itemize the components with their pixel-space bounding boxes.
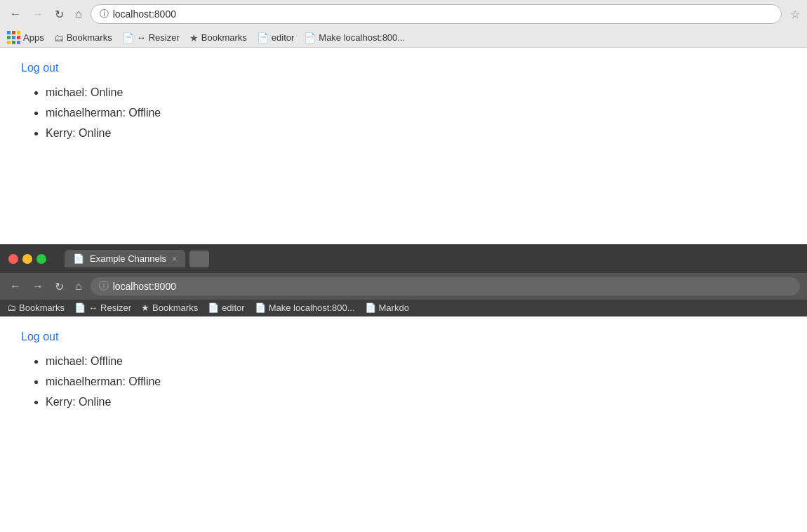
bm2-markdo[interactable]: 📄 Markdo <box>365 302 409 313</box>
tab-close-button[interactable]: × <box>172 254 177 264</box>
bm-bookmarks-2-label: Bookmarks <box>201 32 247 43</box>
main-content-2: Log out michael: Offline michaelherman: … <box>0 317 807 426</box>
bm-resizer-prefix: ↔ <box>137 32 146 43</box>
info-icon-2: ⓘ <box>99 280 109 293</box>
forward-button[interactable]: → <box>29 6 46 22</box>
tab-area: 📄 Example Channels × <box>65 250 799 267</box>
info-icon: ⓘ <box>100 8 109 20</box>
tab-doc-icon: 📄 <box>73 253 84 264</box>
address-bar-2[interactable]: ⓘ localhost:8000 <box>91 277 800 295</box>
bm-bookmarks-1[interactable]: 🗂 Bookmarks <box>54 32 112 44</box>
bm2-bookmarks[interactable]: 🗂 Bookmarks <box>7 302 65 313</box>
bookmarks-bar-2: 🗂 Bookmarks 📄 ↔ Resizer ★ Bookmarks 📄 ed… <box>0 300 807 317</box>
bm-bookmarks-2[interactable]: ★ Bookmarks <box>189 32 247 44</box>
bm2-editor[interactable]: 📄 editor <box>208 302 245 313</box>
list-item: Kerry: Online <box>46 124 786 144</box>
list-item: michael: Online <box>46 83 786 103</box>
bm-make-label: Make localhost:800... <box>319 32 405 43</box>
nav-bar-1: ← → ↻ ⌂ ⓘ localhost:8000 ☆ <box>0 0 807 28</box>
list-item: Kerry: Online <box>46 392 786 413</box>
doc-icon-editor: 📄 <box>257 32 269 44</box>
folder-icon-1: 🗂 <box>54 32 64 44</box>
star-icon-2: ★ <box>141 302 149 313</box>
list-item: michaelherman: Offline <box>46 103 786 124</box>
reload-button-2[interactable]: ↻ <box>52 279 67 295</box>
address-bar-1[interactable]: ⓘ localhost:8000 <box>91 4 782 24</box>
bm2-bookmarks-star[interactable]: ★ Bookmarks <box>141 302 198 313</box>
bm2-make[interactable]: 📄 Make localhost:800... <box>255 302 355 313</box>
bm2-bookmarks-label: Bookmarks <box>19 302 65 313</box>
bm2-bookmarks-star-label: Bookmarks <box>152 302 198 313</box>
list-item: michael: Offline <box>46 352 786 372</box>
browser-window-2: 📄 Example Channels × ← → ↻ ⌂ ⓘ localhost… <box>0 244 807 426</box>
doc-icon-make-2: 📄 <box>255 302 266 313</box>
doc-icon-make: 📄 <box>304 32 316 44</box>
bookmarks-bar-1: Apps 🗂 Bookmarks 📄 ↔ Resizer ★ Bookmarks… <box>0 28 807 48</box>
logout-link-1[interactable]: Log out <box>21 62 58 74</box>
home-button-2[interactable]: ⌂ <box>72 279 85 294</box>
star-icon: ★ <box>189 32 199 44</box>
maximize-dot[interactable] <box>36 254 46 264</box>
folder-icon-2: 🗂 <box>7 302 16 313</box>
doc-icon-resizer: 📄 <box>122 32 134 44</box>
bm-editor[interactable]: 📄 editor <box>257 32 295 44</box>
user-list-2: michael: Offline michaelherman: Offline … <box>21 352 786 412</box>
bm2-resizer-label: Resizer <box>100 302 131 313</box>
logout-link-2[interactable]: Log out <box>21 331 58 343</box>
address-text-2: localhost:8000 <box>113 281 176 292</box>
bm-bookmarks-1-label: Bookmarks <box>67 32 112 43</box>
user-list-1: michael: Online michaelherman: Offline K… <box>21 83 786 143</box>
bm2-make-label: Make localhost:800... <box>269 302 355 313</box>
bm-apps-label: Apps <box>23 32 44 43</box>
apps-icon <box>7 31 20 44</box>
browser-tab-1[interactable]: 📄 Example Channels × <box>65 250 185 267</box>
bookmark-star-button[interactable]: ☆ <box>790 8 800 21</box>
home-button[interactable]: ⌂ <box>72 6 85 22</box>
tab-title: Example Channels <box>90 253 166 264</box>
forward-button-2[interactable]: → <box>29 279 46 294</box>
bm2-resizer-prefix: ↔ <box>88 302 98 313</box>
bm2-editor-label: editor <box>222 302 245 313</box>
bm2-markdo-label: Markdo <box>379 302 409 313</box>
bm-resizer[interactable]: 📄 ↔ Resizer <box>122 32 180 44</box>
new-tab-button[interactable] <box>189 251 209 267</box>
browser-window-1: ← → ↻ ⌂ ⓘ localhost:8000 ☆ Apps 🗂 Bookma… <box>0 0 807 157</box>
bm-make-localhost[interactable]: 📄 Make localhost:800... <box>304 32 405 44</box>
minimize-dot[interactable] <box>22 254 32 264</box>
bm-editor-label: editor <box>272 32 295 43</box>
doc-icon-editor-2: 📄 <box>208 302 219 313</box>
reload-button[interactable]: ↻ <box>52 6 67 22</box>
doc-icon-markdo: 📄 <box>365 302 376 313</box>
bm-resizer-label: Resizer <box>149 32 180 43</box>
bm2-resizer[interactable]: 📄 ↔ Resizer <box>74 302 131 313</box>
list-item: michaelherman: Offline <box>46 372 786 392</box>
back-button-2[interactable]: ← <box>7 279 24 294</box>
address-text-1: localhost:8000 <box>113 8 176 20</box>
close-dot[interactable] <box>8 254 18 264</box>
mac-titlebar: 📄 Example Channels × <box>0 244 807 273</box>
main-content-1: Log out michael: Online michaelherman: O… <box>0 48 807 157</box>
back-button[interactable]: ← <box>7 6 24 22</box>
nav-bar-2: ← → ↻ ⌂ ⓘ localhost:8000 <box>0 273 807 300</box>
bm-apps[interactable]: Apps <box>7 31 44 44</box>
doc-icon-2: 📄 <box>74 302 86 313</box>
